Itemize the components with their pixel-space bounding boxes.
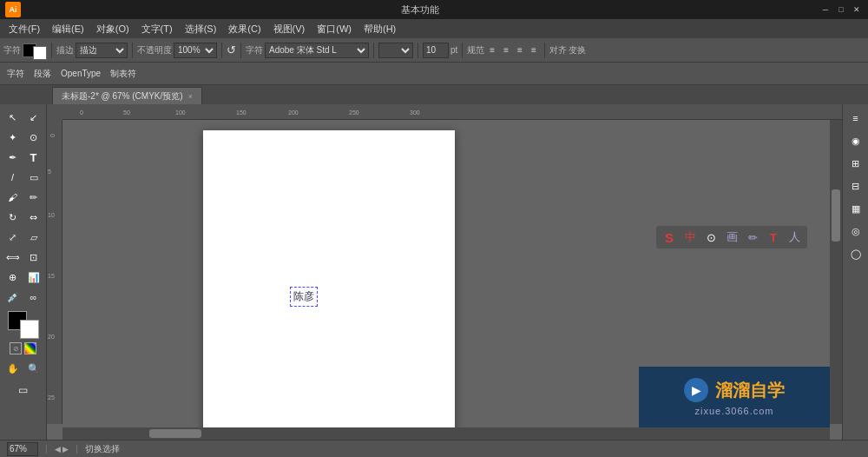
opacity-select[interactable]: 100% bbox=[174, 43, 217, 58]
stroke-select[interactable]: 描边 bbox=[76, 43, 128, 58]
floating-toolbar: S 中 ⊙ 画 ✏ T 人 bbox=[656, 226, 807, 248]
svg-text:25: 25 bbox=[48, 394, 55, 401]
minimize-button[interactable]: ─ bbox=[819, 3, 832, 16]
document-tab[interactable]: 未标题-2* @ 67% (CMYK/预览) × bbox=[52, 87, 202, 104]
shape-builder-tool[interactable]: ⊕ bbox=[3, 268, 23, 287]
lasso-tool[interactable]: ⊙ bbox=[23, 128, 43, 147]
none-color-btn[interactable]: ⊘ bbox=[10, 342, 22, 354]
line-tool[interactable]: / bbox=[3, 168, 23, 187]
tool-row-10: 💉 ∞ bbox=[3, 288, 43, 307]
blend-tool[interactable]: ∞ bbox=[23, 288, 43, 307]
align-btn4[interactable]: ≡ bbox=[528, 43, 540, 56]
width-tool[interactable]: ⟺ bbox=[3, 248, 23, 267]
pencil2-icon[interactable]: ✏ bbox=[744, 228, 761, 246]
tab-bar: 未标题-2* @ 67% (CMYK/预览) × bbox=[0, 85, 868, 104]
maximize-button[interactable]: □ bbox=[835, 3, 847, 16]
menu-view[interactable]: 视图(V) bbox=[268, 21, 311, 37]
paintbrush-tool[interactable]: 🖌 bbox=[3, 188, 23, 207]
panel-btn-2[interactable]: ◉ bbox=[845, 130, 866, 151]
ruler-left: 0 5 10 15 20 25 bbox=[47, 104, 62, 424]
menu-object[interactable]: 对象(O) bbox=[91, 21, 135, 37]
moon-icon[interactable]: ⊙ bbox=[702, 228, 720, 246]
menu-window[interactable]: 窗口(W) bbox=[312, 21, 357, 37]
opacity-label: 不透明度 bbox=[137, 44, 172, 56]
opentype-tab[interactable]: OpenType bbox=[57, 67, 104, 80]
font-select[interactable]: Adobe 宋体 Std L bbox=[265, 43, 369, 58]
canvas-area[interactable]: 0 50 100 150 200 250 300 0 5 10 15 20 bbox=[47, 104, 842, 440]
chart-tool[interactable]: 📊 bbox=[23, 268, 43, 287]
panel-btn-3[interactable]: ⊞ bbox=[845, 153, 866, 174]
panel-btn-6[interactable]: ◎ bbox=[845, 221, 866, 242]
person-icon[interactable]: 人 bbox=[786, 228, 803, 246]
sep3 bbox=[221, 43, 222, 58]
svg-text:10: 10 bbox=[48, 212, 55, 218]
scroll-thumb-horizontal[interactable] bbox=[149, 429, 201, 438]
scroll-bottom[interactable] bbox=[62, 427, 830, 440]
panel-btn-7[interactable]: ◯ bbox=[845, 243, 866, 264]
zoom-input[interactable] bbox=[7, 442, 38, 456]
tool-row-8: ⟺ ⊡ bbox=[3, 248, 43, 267]
svg-text:300: 300 bbox=[410, 109, 420, 116]
align-btn3[interactable]: ≡ bbox=[514, 43, 526, 56]
para-tab[interactable]: 段落 bbox=[30, 66, 55, 82]
gradient-color-btn[interactable] bbox=[24, 342, 36, 354]
paint-icon[interactable]: 画 bbox=[723, 228, 740, 246]
menu-help[interactable]: 帮助(H) bbox=[358, 21, 401, 37]
svg-text:20: 20 bbox=[48, 334, 55, 340]
scale-tool[interactable]: ⤢ bbox=[3, 228, 23, 247]
refresh-icon[interactable]: ↺ bbox=[227, 43, 236, 56]
zoom-tool[interactable]: 🔍 bbox=[23, 359, 43, 378]
color-swatch-container bbox=[8, 311, 39, 339]
panel-btn-4[interactable]: ⊟ bbox=[845, 176, 866, 196]
menu-edit[interactable]: 编辑(E) bbox=[47, 21, 89, 37]
text-tool[interactable]: T bbox=[23, 148, 43, 167]
rect-tool[interactable]: ▭ bbox=[23, 168, 43, 187]
scroll-thumb-vertical[interactable] bbox=[832, 189, 840, 242]
eyedropper-tool[interactable]: 💉 bbox=[3, 288, 23, 307]
align-btn1[interactable]: ≡ bbox=[486, 43, 498, 56]
free-transform-tool[interactable]: ⊡ bbox=[23, 248, 43, 267]
main-layout: ↖ ↙ ✦ ⊙ ✒ T / ▭ 🖌 ✏ ↻ ⇔ ⤢ ▱ ⟺ ⊡ bbox=[0, 104, 868, 440]
menu-file[interactable]: 文件(F) bbox=[3, 21, 45, 37]
canvas-text[interactable]: 陈彦 bbox=[290, 287, 318, 307]
reflect-tool[interactable]: ⇔ bbox=[23, 208, 43, 227]
text2-icon[interactable]: T bbox=[765, 228, 782, 246]
title-center: 基本功能 bbox=[21, 3, 819, 17]
screen-mode-btn[interactable]: ▭ bbox=[3, 381, 44, 400]
rotate-tool[interactable]: ↻ bbox=[3, 208, 23, 227]
pencil-tool[interactable]: ✏ bbox=[23, 188, 43, 207]
tab-stop-tab[interactable]: 制表符 bbox=[107, 66, 140, 82]
tool-row-7: ⤢ ▱ bbox=[3, 228, 43, 247]
shear-tool[interactable]: ▱ bbox=[23, 228, 43, 247]
sep6 bbox=[418, 43, 418, 58]
s-logo-icon[interactable]: S bbox=[661, 228, 678, 246]
panel-btn-1[interactable]: ≡ bbox=[845, 108, 866, 129]
chinese-icon[interactable]: 中 bbox=[681, 228, 699, 246]
align-btn2[interactable]: ≡ bbox=[500, 43, 512, 56]
title-bar: Ai 基本功能 ─ □ ✕ bbox=[0, 0, 868, 19]
char-tab[interactable]: 字符 bbox=[3, 66, 28, 82]
menu-effect[interactable]: 效果(C) bbox=[223, 21, 266, 37]
menu-text[interactable]: 文字(T) bbox=[136, 21, 178, 37]
font-size-input[interactable] bbox=[423, 43, 449, 58]
selection-tool[interactable]: ↖ bbox=[3, 108, 23, 127]
status-sep2: | bbox=[76, 444, 78, 454]
direct-selection-tool[interactable]: ↙ bbox=[23, 108, 43, 127]
background-color[interactable] bbox=[20, 320, 39, 339]
scroll-right[interactable] bbox=[830, 120, 842, 424]
close-button[interactable]: ✕ bbox=[851, 3, 863, 16]
panel-btn-5[interactable]: ▦ bbox=[845, 198, 866, 219]
menu-select[interactable]: 选择(S) bbox=[180, 21, 222, 37]
magic-wand-tool[interactable]: ✦ bbox=[3, 128, 23, 147]
tab-close-btn[interactable]: × bbox=[188, 92, 193, 101]
top-toolbar: 字符 描边 描边 不透明度 100% ↺ 字符 Adobe 宋体 Std L p… bbox=[0, 38, 868, 63]
svg-text:250: 250 bbox=[349, 109, 359, 116]
hand-tool[interactable]: ✋ bbox=[3, 359, 23, 378]
stroke-label: 描边 bbox=[56, 44, 74, 56]
svg-text:100: 100 bbox=[175, 109, 186, 116]
align-label: 规范 bbox=[467, 44, 484, 56]
pen-tool[interactable]: ✒ bbox=[3, 148, 23, 167]
font-style-select[interactable] bbox=[378, 43, 413, 58]
stroke-color-swatch[interactable] bbox=[33, 46, 47, 60]
char-label: 字符 bbox=[3, 44, 21, 56]
